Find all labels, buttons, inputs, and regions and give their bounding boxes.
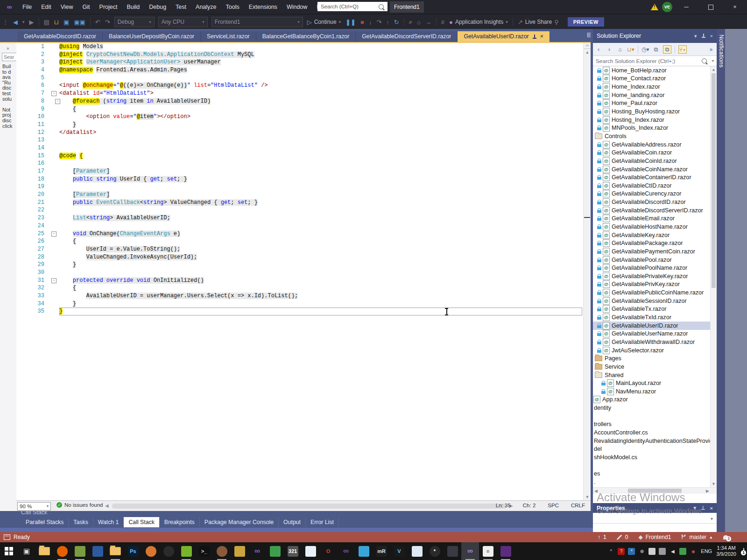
tree-item[interactable]: @MainLayout.razor [593,379,717,387]
notifications-autohide-tab[interactable]: Notifications [718,35,725,68]
menu-file[interactable]: File [18,0,36,14]
preview-button[interactable]: PREVIEW [568,17,604,27]
tray-device-icon[interactable] [659,548,666,555]
spaces-indicator[interactable]: SPC [548,503,559,508]
editor-line[interactable]: 7-<datalist id="HtmlDataList"> [16,90,591,98]
close-button[interactable]: × [725,0,745,14]
editor-line[interactable]: 12</datalist> [16,129,591,137]
editor-line[interactable]: 11 } [16,121,591,129]
editor-line[interactable]: 6<input @onchange="@((e)=> OnChange(e))"… [16,82,591,90]
editor-line[interactable]: 10 <option value="@item"></option> [16,113,591,121]
application-insights-button[interactable]: Application Insights [455,19,503,25]
pause-icon[interactable]: ❚❚ [345,19,356,26]
tray-help-icon[interactable]: ? [618,548,625,555]
split-editor-handle[interactable]: ═ [584,43,591,49]
firefox[interactable] [53,542,71,560]
tree-item[interactable]: @GetAvailableKey.razor [593,231,717,239]
tree-item[interactable]: @GetAvailablePool.razor [593,256,717,264]
horizontal-scrollbar-thumb[interactable] [112,504,507,509]
task-view-button[interactable]: ▣ [18,542,35,560]
pending-changes-filter-icon[interactable]: ◷▾ [641,46,649,53]
blender[interactable] [142,542,160,560]
redo-icon[interactable]: ↷ [105,19,110,26]
action-center-button[interactable]: 1 [743,548,744,554]
language-indicator[interactable]: ENG [701,548,712,554]
toolbar-overflow-icon[interactable]: » [707,46,715,53]
panel-tab-parallel-stacks[interactable]: Parallel Stacks [21,517,69,527]
pending-edits-button[interactable]: 0 [617,534,628,540]
properties-header[interactable]: Properties ▾ ⊥ × [593,503,717,513]
editor-line[interactable]: 8- @foreach (string item in AvailableUse… [16,98,591,105]
tree-item[interactable]: @GetAvailableTx.razor [593,305,717,314]
menu-project[interactable]: Project [95,0,122,14]
editor-line[interactable]: 29 } [16,261,591,269]
tree-item[interactable]: Service [593,363,717,371]
editor-line[interactable]: 33 AvailableUserID = userManager.Users.S… [16,292,591,300]
zoom-dropdown[interactable]: 90 %▾ [17,502,51,511]
editor-line[interactable]: 15@code { [16,152,591,160]
tree-item[interactable]: @Home_BotHelp.razor [593,66,717,75]
vmware-app[interactable]: V [390,542,408,560]
preview-selected-items-icon[interactable]: ⧉ [663,45,671,54]
pin-icon[interactable] [702,34,705,38]
live-share-icon[interactable]: ↗ [518,19,523,26]
tray-ice-icon[interactable]: * [628,548,635,555]
tree-item[interactable]: @GetAvailablePublicCoinName.razor [593,288,717,297]
solution-explorer-search-input[interactable]: Search Solution Explorer (Ctrl+;) ▾ [593,56,717,66]
panel-tab-package-manager-console[interactable]: Package Manager Console [200,517,279,527]
tree-item[interactable]: @GetAvailableHostName.razor [593,223,717,231]
editor-line[interactable]: 5 [16,74,591,82]
tree-item[interactable]: @GetAvailableAddress.razor [593,140,717,149]
tree-item[interactable] [593,462,717,470]
editor-line[interactable]: 30 [16,269,591,277]
tree-item[interactable]: @GetAvailableCurency.razor [593,190,717,198]
archive-app[interactable] [444,542,461,560]
tray-diamond-icon[interactable]: ◆ [690,548,697,555]
editor-line[interactable]: 16 [16,160,591,168]
collapse-all-icon[interactable]: ⧉ [652,46,660,53]
collapse-icon[interactable]: - [51,231,56,237]
document-tab[interactable]: GetAvailableUserID.razor× [458,31,550,42]
editor-line[interactable]: 28 ValueChanged.InvokeAsync(UserId); [16,253,591,261]
tray-green-icon[interactable] [679,548,686,555]
restart-icon[interactable]: ↻ [394,19,399,26]
new-file-icon[interactable]: ▤ [44,19,49,26]
editor-line[interactable]: 34 } [16,300,591,308]
navigate-back-icon[interactable]: ◀ [13,19,18,26]
tree-item[interactable]: dentity [593,404,717,412]
solution-platform-dropdown[interactable]: Any CPU▾ [158,17,208,27]
syntax-visualizer-icon[interactable]: # [441,19,444,26]
file-explorer[interactable] [35,542,53,560]
solution-configuration-dropdown[interactable]: Debug▾ [114,17,155,27]
startup-project-dropdown[interactable]: Frontend1▾ [211,17,303,27]
terminal[interactable]: >_ [195,542,213,560]
minimize-button[interactable]: ─ [676,0,697,14]
editor-line[interactable]: 25- void OnChange(ChangeEventArgs e) [16,230,591,238]
forward-icon[interactable]: › [606,46,613,53]
panel-tab-watch-1[interactable]: Watch 1 [93,517,124,527]
document-tab[interactable]: ServiceList.razor [201,31,256,42]
navigate-back-dropdown[interactable]: ▾ [22,20,25,24]
application-insights-icon[interactable]: ● [449,19,453,26]
scroll-down-icon[interactable]: ▼ [711,481,717,487]
scroll-up-icon[interactable]: ▲ [584,49,591,56]
media-player-classic[interactable]: 321 [284,542,302,560]
tree-item[interactable]: @App.razor [593,396,717,404]
notepad[interactable] [408,542,426,560]
floppy-app[interactable] [89,542,106,560]
code-editor[interactable]: 1@using Models2@inject CryptoChestNewDb.… [16,43,591,500]
back-icon[interactable]: ‹ [595,46,602,53]
editor-line[interactable]: 26 { [16,238,591,245]
quick-search-input[interactable]: Search (Ctrl+Q) [317,2,388,11]
photoshop[interactable]: Ps [124,542,142,560]
repository-button[interactable]: ◆ Frontend1 [638,534,671,540]
pin-icon[interactable]: ⊥ [701,505,705,511]
tree-item[interactable]: @GetAvailableCoin.razor [593,148,717,157]
tree-item[interactable]: Shared [593,371,717,379]
test-explorer-search-input[interactable]: Sear [2,53,17,61]
save-all-icon[interactable]: ▣▣ [74,19,85,26]
live-share-button[interactable]: Live Share [525,19,552,25]
knot-app[interactable]: * [426,542,444,560]
tray-volume-icon[interactable]: ◀ [669,548,676,555]
editor-line[interactable]: 24 [16,222,591,230]
